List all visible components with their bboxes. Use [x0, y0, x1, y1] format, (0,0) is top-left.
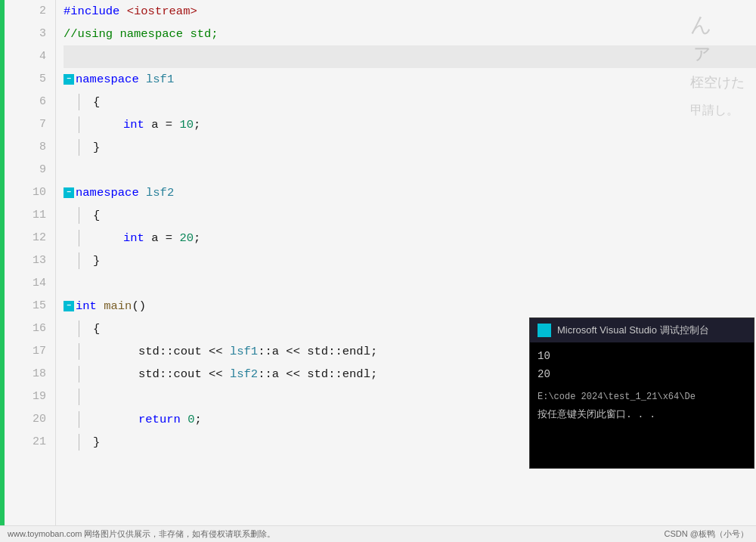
- brace-close-1: }: [93, 136, 100, 159]
- line-num-19: 19: [33, 386, 46, 408]
- line-num-20: 20: [33, 408, 46, 431]
- keyword-namespace-1: namespace: [76, 68, 146, 91]
- indent-guide-21: [79, 434, 79, 451]
- indent-guide-16: [79, 321, 79, 337]
- line-num-17: 17: [33, 340, 46, 363]
- keyword-int-15: int: [76, 295, 104, 317]
- bottom-bar-right: CSDN @板鸭（小号）: [665, 528, 748, 540]
- bottom-bar-left: www.toymoban.com 网络图片仅供展示，非存储，如有侵权请联系删除。: [8, 528, 275, 540]
- line-num-10: 10: [33, 181, 46, 204]
- line-num-14: 14: [33, 272, 46, 295]
- line-num-12: 12: [33, 227, 46, 249]
- indent-guide-17: [79, 343, 79, 360]
- comment-using: //using namespace std;: [64, 23, 218, 45]
- code-line-6: {: [64, 91, 756, 113]
- code-line-2: #include <iostream>: [64, 0, 756, 23]
- ns-name-lsf2: lsf2: [146, 181, 174, 204]
- line-num-21: 21: [33, 431, 46, 454]
- number-20: 20: [179, 227, 194, 249]
- brace-open-3: {: [93, 317, 100, 340]
- line-num-8: 8: [39, 136, 46, 159]
- console-titlebar: ▶ Microsoft Visual Studio 调试控制台: [530, 318, 754, 342]
- console-line-2: 20: [538, 365, 746, 383]
- code-line-4: [64, 45, 756, 68]
- include-string: <iostream>: [127, 0, 197, 23]
- indent-guide-18: [79, 366, 79, 382]
- indent-guide-7: [79, 116, 79, 133]
- line-num-2: 2: [39, 0, 46, 23]
- brace-close-2: }: [93, 249, 100, 272]
- ns-name-lsf1: lsf1: [146, 68, 174, 91]
- cout-stmt-2: std::cout <<: [138, 363, 230, 386]
- line-num-18: 18: [33, 363, 46, 386]
- code-line-10: −namespace lsf2: [64, 181, 756, 204]
- brace-open-1: {: [93, 91, 100, 113]
- console-body: 10 20 E:\code 2024\test_1_21\x64\De 按任意键…: [530, 342, 754, 429]
- line-num-16: 16: [33, 317, 46, 340]
- keyword-int-7: int: [123, 113, 151, 136]
- var-a-10: a =: [151, 113, 179, 136]
- console-line-5: 按任意键关闭此窗口. . .: [538, 406, 746, 424]
- keyword-int-12: int: [123, 227, 151, 249]
- code-line-12: int a = 20;: [64, 227, 756, 249]
- indent-guide-13: [79, 252, 79, 269]
- func-main: main: [104, 295, 132, 317]
- main-parens: (): [132, 295, 146, 317]
- line-num-4: 4: [39, 45, 46, 68]
- collapse-icon-5[interactable]: −: [64, 74, 74, 85]
- indent-guide-11: [79, 207, 79, 224]
- line-numbers: 2 3 4 5 6 7 8 9 10 11 12 13 14 15 16 17 …: [5, 0, 56, 542]
- preprocessor-include: #include: [64, 0, 127, 23]
- indent-guide-20: [79, 411, 79, 428]
- lsf2-ref: lsf2: [230, 363, 258, 386]
- line-num-6: 6: [39, 91, 46, 113]
- line-num-13: 13: [33, 249, 46, 272]
- indent-guide-6: [79, 94, 79, 110]
- bottom-bar: www.toymoban.com 网络图片仅供展示，非存储，如有侵权请联系删除。…: [0, 525, 756, 542]
- line-num-15: 15: [33, 295, 46, 317]
- console-line-4: E:\code 2024\test_1_21\x64\De: [538, 388, 746, 406]
- indent-guide-8: [79, 139, 79, 156]
- line-num-9: 9: [39, 159, 46, 181]
- code-line-7: int a = 10;: [64, 113, 756, 136]
- indent-guide-12: [79, 230, 79, 246]
- keyword-return: return: [138, 408, 187, 431]
- keyword-namespace-2: namespace: [76, 181, 146, 204]
- code-line-5: −namespace lsf1: [64, 68, 756, 91]
- code-line-14: [64, 272, 756, 295]
- brace-close-3: }: [93, 431, 100, 454]
- line-num-5: 5: [39, 68, 46, 91]
- number-0: 0: [187, 408, 194, 431]
- line-num-11: 11: [33, 204, 46, 227]
- code-line-3: //using namespace std;: [64, 23, 756, 45]
- code-line-8: }: [64, 136, 756, 159]
- cout-stmt-1: std::cout <<: [138, 340, 230, 363]
- code-line-13: }: [64, 249, 756, 272]
- line-num-7: 7: [39, 113, 46, 136]
- console-title: Microsoft Visual Studio 调试控制台: [557, 324, 709, 337]
- code-line-9: [64, 159, 756, 181]
- lsf1-ref: lsf1: [230, 340, 258, 363]
- collapse-icon-15[interactable]: −: [64, 301, 74, 311]
- code-line-11: {: [64, 204, 756, 227]
- console-line-1: 10: [538, 347, 746, 365]
- code-line-15: −int main(): [64, 295, 756, 317]
- var-a-20: a =: [151, 227, 179, 249]
- console-window: ▶ Microsoft Visual Studio 调试控制台 10 20 E:…: [529, 317, 754, 469]
- collapse-icon-10[interactable]: −: [64, 187, 74, 198]
- indent-guide-19: [79, 389, 79, 405]
- number-10: 10: [179, 113, 194, 136]
- vs-icon: ▶: [538, 324, 551, 337]
- brace-open-2: {: [93, 204, 100, 227]
- line-num-3: 3: [39, 23, 46, 45]
